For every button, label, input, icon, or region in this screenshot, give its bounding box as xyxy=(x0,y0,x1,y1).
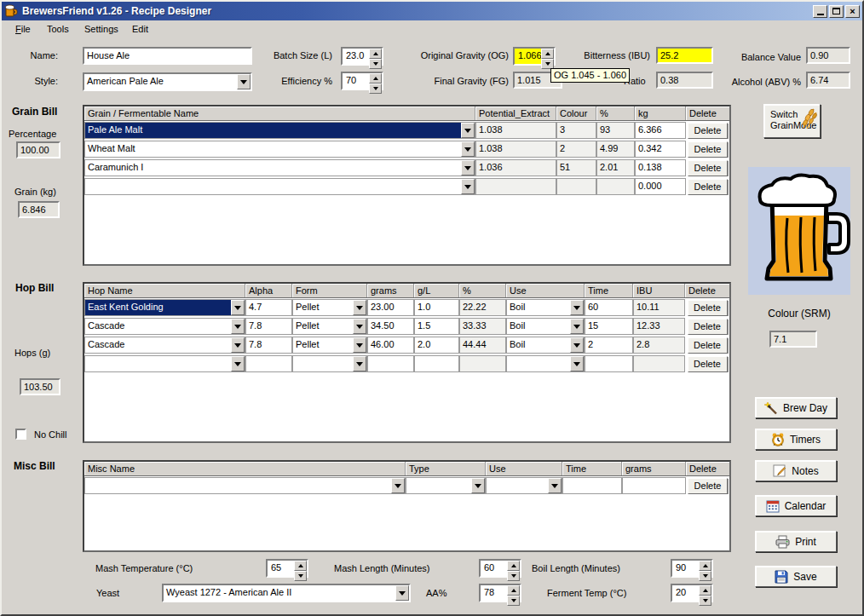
grain-name-combo[interactable]: Caramunich I xyxy=(84,159,475,176)
timers-button[interactable]: Timers xyxy=(755,429,837,450)
form-combo[interactable]: Pellet xyxy=(292,299,367,316)
time-cell[interactable]: 15 xyxy=(585,318,633,335)
use-combo[interactable]: Boil xyxy=(506,337,585,354)
save-button[interactable]: Save xyxy=(755,566,837,587)
delete-button[interactable]: Delete xyxy=(688,319,728,335)
chevron-down-icon[interactable] xyxy=(353,300,366,315)
ferment-temp-spinner[interactable]: 20 xyxy=(671,584,713,602)
grams-cell[interactable] xyxy=(367,355,414,372)
no-chill-checkbox[interactable] xyxy=(15,429,26,440)
alpha-cell[interactable]: 4.7 xyxy=(245,299,292,316)
chevron-down-icon[interactable] xyxy=(461,123,475,138)
form-combo[interactable]: Pellet xyxy=(292,337,367,354)
chevron-down-icon[interactable] xyxy=(461,160,475,176)
spin-up-button[interactable] xyxy=(507,585,520,596)
spin-down-button[interactable] xyxy=(507,596,520,606)
brew-day-button[interactable]: Brew Day xyxy=(755,397,837,418)
spin-down-button[interactable] xyxy=(294,571,307,581)
alpha-cell[interactable] xyxy=(245,355,292,372)
spin-up-button[interactable] xyxy=(369,49,382,59)
notes-button[interactable]: Notes xyxy=(755,460,837,481)
spin-up-button[interactable] xyxy=(507,561,520,571)
batch-size-spinner[interactable]: 23.0 xyxy=(341,47,383,66)
spin-down-button[interactable] xyxy=(369,83,382,94)
alpha-cell[interactable]: 7.8 xyxy=(245,318,292,335)
grams-cell[interactable]: 23.00 xyxy=(367,299,414,316)
yeast-combo[interactable]: Wyeast 1272 - American Ale II xyxy=(162,584,411,602)
grams-cell[interactable]: 34.50 xyxy=(367,318,414,335)
og-spinner[interactable]: 1.066 xyxy=(513,47,556,66)
kg-cell[interactable]: 0.000 xyxy=(635,178,686,195)
chevron-down-icon[interactable] xyxy=(353,319,366,334)
grain-name-combo[interactable]: Pale Ale Malt xyxy=(84,122,475,139)
use-combo[interactable]: Boil xyxy=(506,318,585,335)
grain-name-combo[interactable] xyxy=(84,178,475,195)
spin-down-button[interactable] xyxy=(369,59,382,69)
hop-name-combo[interactable]: Cascade xyxy=(84,318,245,335)
misc-name-combo[interactable] xyxy=(84,477,406,494)
g-per-l-cell[interactable] xyxy=(414,355,459,372)
maximize-button[interactable] xyxy=(829,5,844,18)
chevron-down-icon[interactable] xyxy=(391,478,405,493)
name-input[interactable]: House Ale xyxy=(83,47,252,65)
chevron-down-icon[interactable] xyxy=(570,356,584,371)
g-per-l-cell[interactable]: 1.0 xyxy=(414,299,459,316)
menu-item-edit[interactable]: Edit xyxy=(132,24,148,34)
grams-cell[interactable]: 46.00 xyxy=(367,337,414,354)
spin-up-button[interactable] xyxy=(369,73,382,83)
chevron-down-icon[interactable] xyxy=(570,319,584,334)
grain-name-combo[interactable]: Wheat Malt xyxy=(84,141,475,158)
hop-name-combo[interactable]: Cascade xyxy=(84,337,245,354)
boil-length-spinner[interactable]: 90 xyxy=(671,559,713,578)
form-combo[interactable] xyxy=(292,355,367,372)
kg-cell[interactable]: 0.342 xyxy=(635,141,686,158)
aa-percent-spinner[interactable]: 78 xyxy=(479,584,521,602)
delete-button[interactable]: Delete xyxy=(688,356,728,372)
print-button[interactable]: Print xyxy=(755,531,837,552)
use-combo[interactable] xyxy=(506,355,585,372)
menu-item-tools[interactable]: Tools xyxy=(47,24,69,34)
delete-button[interactable]: Delete xyxy=(688,141,728,158)
chevron-down-icon[interactable] xyxy=(231,319,245,334)
chevron-down-icon[interactable] xyxy=(237,74,251,89)
chevron-down-icon[interactable] xyxy=(548,478,562,493)
chevron-down-icon[interactable] xyxy=(353,356,366,371)
delete-button[interactable]: Delete xyxy=(688,337,728,354)
chevron-down-icon[interactable] xyxy=(570,300,584,315)
switch-grainmode-button[interactable]: Switch GrainMode xyxy=(763,104,821,138)
chevron-down-icon[interactable] xyxy=(231,356,245,371)
misc-use-combo[interactable] xyxy=(486,477,562,494)
time-cell[interactable] xyxy=(562,477,622,494)
spin-down-button[interactable] xyxy=(507,571,520,581)
mash-temp-spinner[interactable]: 65 xyxy=(266,559,308,578)
misc-type-combo[interactable] xyxy=(406,477,486,494)
kg-cell[interactable]: 6.366 xyxy=(635,122,686,139)
time-cell[interactable] xyxy=(585,355,633,372)
delete-button[interactable]: Delete xyxy=(688,179,728,195)
spin-up-button[interactable] xyxy=(699,585,711,596)
delete-button[interactable]: Delete xyxy=(688,478,728,494)
style-combo[interactable]: American Pale Ale xyxy=(83,72,252,91)
chevron-down-icon[interactable] xyxy=(353,337,366,353)
spin-up-button[interactable] xyxy=(699,561,711,571)
g-per-l-cell[interactable]: 1.5 xyxy=(414,318,459,335)
delete-button[interactable]: Delete xyxy=(688,123,728,139)
mash-length-spinner[interactable]: 60 xyxy=(479,559,521,578)
delete-button[interactable]: Delete xyxy=(688,160,728,176)
spin-up-button[interactable] xyxy=(541,49,554,59)
delete-button[interactable]: Delete xyxy=(688,300,728,316)
alpha-cell[interactable]: 7.8 xyxy=(245,337,292,354)
time-cell[interactable]: 60 xyxy=(585,299,633,316)
form-combo[interactable]: Pellet xyxy=(292,318,367,335)
chevron-down-icon[interactable] xyxy=(231,337,245,353)
chevron-down-icon[interactable] xyxy=(471,478,485,493)
spin-down-button[interactable] xyxy=(699,596,711,606)
calendar-button[interactable]: Calendar xyxy=(755,495,837,516)
minimize-button[interactable] xyxy=(813,5,827,18)
spin-up-button[interactable] xyxy=(294,561,307,571)
chevron-down-icon[interactable] xyxy=(461,179,475,194)
close-button[interactable]: × xyxy=(845,5,860,18)
hop-name-combo[interactable] xyxy=(84,355,245,372)
chevron-down-icon[interactable] xyxy=(461,141,475,157)
g-per-l-cell[interactable]: 2.0 xyxy=(414,337,459,354)
